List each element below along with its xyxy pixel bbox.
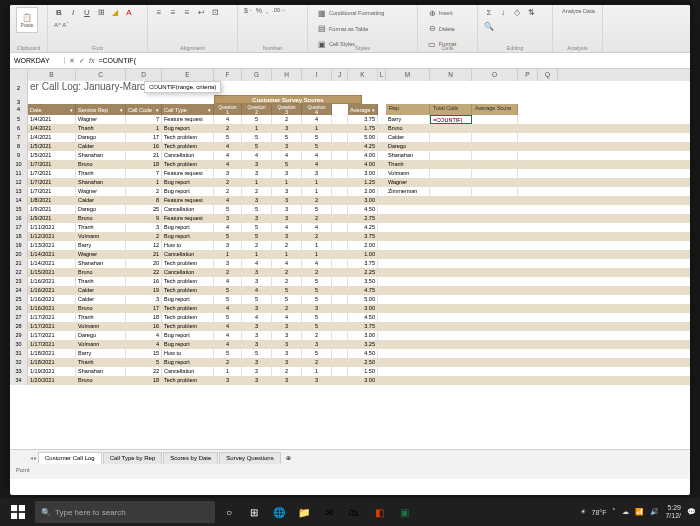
row-header[interactable]: 6 <box>10 124 28 133</box>
cell-q2[interactable]: 2 <box>242 241 272 250</box>
cell-code[interactable]: 3 <box>126 223 162 232</box>
fx-icon[interactable]: fx <box>89 57 94 64</box>
cell-q2[interactable]: 4 <box>242 259 272 268</box>
table-row[interactable]: 32 1/18/2021 Thanh 5 Bug report 2 3 3 2 … <box>10 358 690 367</box>
cell-q1[interactable]: 4 <box>214 115 242 124</box>
cell-rep[interactable]: Volmann <box>76 322 126 331</box>
cell-date[interactable]: 1/9/2021 <box>28 205 76 214</box>
row-header[interactable]: 3 <box>10 95 28 104</box>
cell-type[interactable]: Feature request <box>162 169 214 178</box>
cell-q2[interactable]: 5 <box>242 223 272 232</box>
sum-icon[interactable]: Σ <box>484 7 494 17</box>
row-header[interactable]: 29 <box>10 331 28 340</box>
cell-q2[interactable]: 5 <box>242 115 272 124</box>
table-row[interactable]: 15 1/9/2021 Darego 25 Cancellation 5 5 3… <box>10 205 690 214</box>
row-header[interactable]: 7 <box>10 133 28 142</box>
cell-avg[interactable]: 3.50 <box>348 277 378 286</box>
col-header-F[interactable]: F <box>214 69 242 81</box>
cell-date[interactable]: 1/17/2021 <box>28 340 76 349</box>
cell-q2[interactable]: 5 <box>242 295 272 304</box>
row-header[interactable]: 22 <box>10 268 28 277</box>
comma-icon[interactable]: , <box>266 7 268 14</box>
summary-total[interactable] <box>430 151 472 160</box>
summary-total[interactable] <box>430 178 472 187</box>
cell-q4[interactable]: 3 <box>302 340 332 349</box>
filter-icon[interactable]: ▾ <box>372 107 375 113</box>
cell-code[interactable]: 17 <box>126 133 162 142</box>
row-header[interactable]: 28 <box>10 322 28 331</box>
row-header[interactable]: 10 <box>10 160 28 169</box>
cell-avg[interactable]: 4.50 <box>348 313 378 322</box>
col-q1[interactable]: Question1 <box>214 104 242 115</box>
cell-rep[interactable]: Wagner <box>76 187 126 196</box>
table-row[interactable]: 9 1/5/2021 Shanahan 21 Cancellation 4 4 … <box>10 151 690 160</box>
cell-rep[interactable]: Darego <box>76 205 126 214</box>
row-header[interactable]: 32 <box>10 358 28 367</box>
name-box[interactable]: WORKDAY <box>10 57 65 64</box>
cell-code[interactable]: 18 <box>126 376 162 385</box>
cell-q4[interactable]: 3 <box>302 169 332 178</box>
cell-avg[interactable]: 4.50 <box>348 205 378 214</box>
row-header[interactable]: 21 <box>10 259 28 268</box>
cell-code[interactable]: 2 <box>126 232 162 241</box>
wifi-icon[interactable]: 📶 <box>635 508 644 516</box>
cell-q1[interactable]: 3 <box>214 376 242 385</box>
cell-rep[interactable]: Bruno <box>76 304 126 313</box>
cell-q4[interactable]: 4 <box>302 259 332 268</box>
clock-date[interactable]: 7/12/ <box>665 512 681 520</box>
cell-code[interactable]: 7 <box>126 169 162 178</box>
cell-q3[interactable]: 5 <box>272 160 302 169</box>
row-header[interactable]: 30 <box>10 340 28 349</box>
col-header-P[interactable]: P <box>518 69 538 81</box>
table-row[interactable]: 7 1/4/2021 Darego 17 Tech problem 5 5 5 … <box>10 133 690 142</box>
cell-q1[interactable]: 2 <box>214 124 242 133</box>
cell-code[interactable]: 5 <box>126 358 162 367</box>
cell-date[interactable]: 1/12/2021 <box>28 232 76 241</box>
cell-avg[interactable]: 4.75 <box>348 286 378 295</box>
cell-q1[interactable]: 2 <box>214 187 242 196</box>
cell-rep[interactable]: Volmann <box>76 232 126 241</box>
cell-q3[interactable]: 4 <box>272 259 302 268</box>
italic-icon[interactable]: I <box>68 7 78 17</box>
taskview-icon[interactable]: ⊞ <box>243 501 265 523</box>
row-header[interactable]: 33 <box>10 367 28 376</box>
cell-q1[interactable]: 5 <box>214 349 242 358</box>
table-row[interactable]: 25 1/16/2021 Calder 3 Bug report 5 5 5 5… <box>10 295 690 304</box>
excel-icon[interactable]: ▣ <box>393 501 415 523</box>
wrap-icon[interactable]: ↩ <box>196 7 206 17</box>
table-row[interactable]: 23 1/16/2021 Thanh 16 Tech problem 4 3 2… <box>10 277 690 286</box>
cell-q2[interactable]: 3 <box>242 304 272 313</box>
clear-icon[interactable]: ◇ <box>512 7 522 17</box>
cell-type[interactable]: Tech problem <box>162 160 214 169</box>
cell-q4[interactable]: 3 <box>302 376 332 385</box>
summary-total[interactable] <box>430 160 472 169</box>
cell-type[interactable]: Tech problem <box>162 376 214 385</box>
formula-bar[interactable]: =COUNTIF( <box>98 57 136 64</box>
cell-date[interactable]: 1/13/2021 <box>28 241 76 250</box>
cell-q3[interactable]: 3 <box>272 187 302 196</box>
cell-rep[interactable]: Wagner <box>76 115 126 124</box>
cell-q2[interactable]: 3 <box>242 196 272 205</box>
cell-q3[interactable]: 3 <box>272 322 302 331</box>
percent-icon[interactable]: % <box>256 7 262 14</box>
cell-rep[interactable]: Darego <box>76 133 126 142</box>
row-header[interactable]: 24 <box>10 286 28 295</box>
cell-avg[interactable]: 2.00 <box>348 241 378 250</box>
cell-q4[interactable]: 1 <box>302 250 332 259</box>
cell-rep[interactable]: Thanh <box>76 358 126 367</box>
cell-type[interactable]: Cancellation <box>162 250 214 259</box>
table-row[interactable]: 8 1/5/2021 Calder 16 Tech problem 4 5 3 … <box>10 142 690 151</box>
cell-date[interactable]: 1/9/2021 <box>28 214 76 223</box>
cell-type[interactable]: Tech problem <box>162 133 214 142</box>
weather-icon[interactable]: ☀ <box>580 508 586 516</box>
filter-icon[interactable]: ▾ <box>156 107 159 113</box>
store-icon[interactable]: 🛍 <box>343 501 365 523</box>
cell-avg[interactable]: 1.00 <box>348 250 378 259</box>
cell-code[interactable]: 15 <box>126 349 162 358</box>
row-header[interactable]: 9 <box>10 151 28 160</box>
col-date[interactable]: Date▾ <box>28 104 76 115</box>
cell-avg[interactable]: 3.00 <box>348 304 378 313</box>
table-row[interactable]: 26 1/16/2021 Bruno 17 Tech problem 4 3 2… <box>10 304 690 313</box>
cell-q3[interactable]: 3 <box>272 142 302 151</box>
underline-icon[interactable]: U <box>82 7 92 17</box>
